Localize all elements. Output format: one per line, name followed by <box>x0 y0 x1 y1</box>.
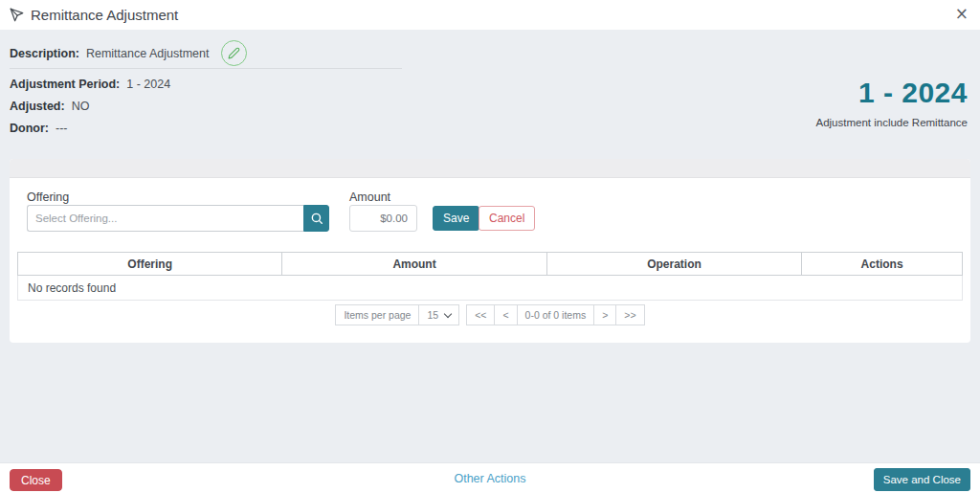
description-row: Description: Remittance Adjustment <box>10 40 247 66</box>
donor-row: Donor: --- <box>10 122 67 135</box>
column-header-actions[interactable]: Actions <box>802 253 963 276</box>
next-page-button[interactable]: > <box>593 304 616 325</box>
items-per-page-label: Items per page <box>335 304 419 325</box>
adjustment-period-value: 1 - 2024 <box>126 78 170 91</box>
other-actions-link[interactable]: Other Actions <box>0 472 980 485</box>
adjustments-table: Offering Amount Operation Actions No rec… <box>17 252 963 301</box>
offering-search-button[interactable] <box>303 205 329 232</box>
cancel-button[interactable]: Cancel <box>479 206 535 231</box>
paginator: Items per page 15 << < 0-0 of 0 items > … <box>10 304 970 325</box>
column-header-offering[interactable]: Offering <box>18 253 282 276</box>
donor-label: Donor: <box>10 122 49 135</box>
period-display-block: 1 - 2024 Adjustment include Remittance <box>815 77 968 128</box>
offering-label: Offering <box>27 190 69 204</box>
chevron-down-icon <box>444 309 452 317</box>
adjustment-panel: Offering Amount Save Cancel Offering Amo… <box>10 159 970 343</box>
search-icon <box>310 212 323 225</box>
save-button[interactable]: Save <box>433 206 479 231</box>
dialog-footer: Close Other Actions Save and Close <box>0 462 980 493</box>
pencil-icon <box>228 47 240 59</box>
donor-value: --- <box>56 122 68 135</box>
amount-input[interactable] <box>349 205 417 232</box>
edit-description-button[interactable] <box>221 40 247 66</box>
description-value: Remittance Adjustment <box>86 47 210 60</box>
amount-label: Amount <box>349 190 390 204</box>
dialog-title: Remittance Adjustment <box>31 7 178 23</box>
page-size-value: 15 <box>427 309 438 321</box>
adjusted-value: NO <box>72 100 90 113</box>
adjusted-row: Adjusted: NO <box>10 100 89 113</box>
dialog-header: Remittance Adjustment × <box>0 0 980 30</box>
description-label: Description: <box>10 47 79 60</box>
last-page-button[interactable]: >> <box>615 304 644 325</box>
empty-message: No records found <box>18 276 963 301</box>
period-note: Adjustment include Remittance <box>815 117 968 128</box>
description-divider <box>10 68 402 69</box>
adjustment-period-row: Adjustment Period: 1 - 2024 <box>10 78 170 91</box>
prev-page-button[interactable]: < <box>494 304 517 325</box>
offering-input-group <box>27 205 329 232</box>
empty-table-row: No records found <box>18 276 963 301</box>
table-header-row: Offering Amount Operation Actions <box>18 253 963 276</box>
remittance-adjustment-dialog: Remittance Adjustment × Description: Rem… <box>0 0 980 493</box>
panel-header-strip <box>10 159 970 178</box>
adjusted-label: Adjusted: <box>10 100 65 113</box>
column-header-amount[interactable]: Amount <box>282 253 546 276</box>
first-page-button[interactable]: << <box>466 304 495 325</box>
adjustment-period-label: Adjustment Period: <box>10 78 120 91</box>
save-and-close-button[interactable]: Save and Close <box>874 468 970 491</box>
page-size-select[interactable]: 15 <box>418 304 459 325</box>
column-header-operation[interactable]: Operation <box>546 253 801 276</box>
page-range-text: 0-0 of 0 items <box>517 304 595 325</box>
period-display: 1 - 2024 <box>815 77 968 109</box>
send-icon <box>10 8 24 22</box>
offering-input[interactable] <box>27 205 303 232</box>
close-icon[interactable]: × <box>955 4 969 23</box>
